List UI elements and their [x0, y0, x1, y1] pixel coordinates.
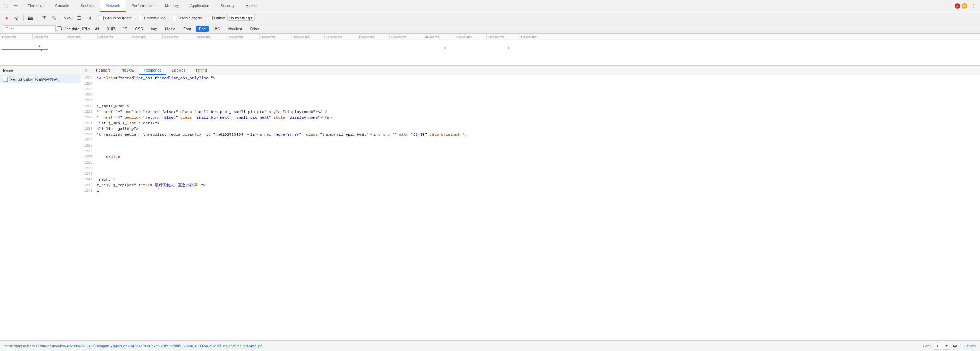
tab-console[interactable]: Console [49, 0, 75, 12]
code-line-1235: 1235 [81, 143, 980, 149]
camera-button[interactable]: 📷 [26, 14, 34, 22]
detail-tab-cookies[interactable]: Cookies [166, 65, 190, 75]
page-next-button[interactable]: ▼ [943, 343, 950, 349]
hide-data-urls-checkbox[interactable]: Hide data URLs [57, 27, 90, 31]
name-panel-header: Name [0, 65, 81, 75]
status-bar: https://imgsa.baidu.com/forum/wh%3D200%2… [0, 340, 980, 351]
group-view-icon[interactable]: ⊞ [85, 14, 93, 22]
line-content-1232: all_list_gallery"> [97, 126, 138, 132]
ruler-tick-7: 70000 ms [194, 34, 227, 40]
item-file-icon [3, 77, 8, 82]
filter-row: Hide data URLs All XHR JS CSS Img Media … [0, 24, 980, 34]
warn-badge: 10 [962, 3, 967, 9]
code-line-1229: 1229 " href="#" onclick="return false;" … [81, 109, 980, 115]
code-line-1242: 1242 r_rely j_replyer" title="最后回复人：夏之小锋… [81, 183, 980, 188]
error-badge: 3 [955, 3, 960, 9]
ruler-tick-13: 130000 ms [389, 34, 422, 40]
ruler-tick-10: 100000 ms [292, 34, 324, 40]
status-right-area: 1 of 1 ▲ ▼ Aa × Cancel [922, 343, 976, 349]
detail-tab-headers[interactable]: Headers [91, 65, 116, 75]
line-num-1234: 1234 [84, 137, 97, 143]
inspect-icon[interactable]: ⬚ [2, 2, 11, 10]
code-line-1238: 1238 [81, 160, 980, 166]
line-num-1227: 1227 [84, 98, 97, 103]
throttle-select[interactable]: No throttling ▾ [228, 15, 255, 21]
record-button[interactable]: ● [3, 14, 11, 22]
main-nav-tabs: Elements Console Sources Network Perform… [22, 0, 952, 12]
ruler-tick-14: 140000 ms [422, 34, 454, 40]
timeline-dot-2 [41, 50, 42, 51]
ruler-tick-9: 90000 ms [259, 34, 292, 40]
offline-checkbox[interactable]: Offline [208, 16, 225, 20]
tab-application[interactable]: Application [185, 0, 215, 12]
tab-security[interactable]: Security [215, 0, 240, 12]
cancel-button[interactable]: Cancel [964, 344, 976, 348]
filter-btn-manifest[interactable]: Manifest [224, 26, 245, 32]
code-line-1223: 1223 iv class="threadlist_abs threadlist… [81, 75, 980, 81]
line-content-1229: " href="#" onclick="return false;" class… [97, 109, 327, 115]
response-content[interactable]: 1223 iv class="threadlist_abs threadlist… [81, 75, 980, 340]
filter-btn-all[interactable]: All [92, 26, 102, 32]
tab-network[interactable]: Network [100, 0, 126, 12]
search-button[interactable]: 🔍 [50, 14, 58, 22]
tab-performance[interactable]: Performance [126, 0, 159, 12]
tab-memory[interactable]: Memory [159, 0, 185, 12]
more-options-icon[interactable]: ⋮ [969, 2, 977, 10]
timeline-dot-3 [444, 47, 445, 49]
detail-tab-response[interactable]: Response [139, 65, 167, 75]
timeline-chart [0, 40, 980, 65]
ruler-tick-4: 40000 ms [97, 34, 130, 40]
timeline-ruler: 10000 ms 20000 ms 30000 ms 40000 ms 5000… [0, 34, 980, 40]
preserve-log-checkbox[interactable]: Preserve log [138, 16, 166, 20]
list-view-icon[interactable]: ☰ [75, 14, 83, 22]
detail-close-button[interactable]: × [81, 65, 91, 75]
ruler-tick-5: 50000 ms [130, 34, 162, 40]
close-search-icon[interactable]: × [959, 344, 961, 348]
line-num-1242: 1242 [84, 183, 97, 188]
filter-btn-css[interactable]: CSS [132, 26, 146, 32]
filter-btn-font[interactable]: Font [180, 26, 194, 32]
device-toggle-icon[interactable]: ▭ [11, 2, 20, 10]
timeline-area: 10000 ms 20000 ms 30000 ms 40000 ms 5000… [0, 34, 980, 65]
ruler-tick-12: 120000 ms [357, 34, 389, 40]
filter-button[interactable]: ⧩ [40, 14, 48, 22]
filter-btn-js[interactable]: JS [119, 26, 130, 32]
tab-audits[interactable]: Audits [240, 0, 262, 12]
ruler-tick-1: 10000 ms [0, 34, 32, 40]
item-file-name: f?ie=utf-8&kw=%E5%A4%A... [9, 77, 60, 81]
toolbar-separator-6 [169, 15, 169, 21]
toolbar-separator-2 [37, 15, 37, 21]
toolbar-separator-4 [96, 15, 96, 21]
filter-btn-other[interactable]: Other [247, 26, 263, 32]
group-by-frame-checkbox[interactable]: Group by frame [99, 16, 132, 20]
name-list-item[interactable]: f?ie=utf-8&kw=%E5%A4%A... [0, 75, 81, 83]
filter-btn-media[interactable]: Media [162, 26, 179, 32]
toolbar-separator-5 [135, 15, 135, 21]
line-num-1231: 1231 [84, 121, 97, 126]
disable-cache-checkbox[interactable]: Disable cache [172, 16, 202, 20]
font-size-label: Aa [952, 344, 957, 348]
detail-tab-timing[interactable]: Timing [190, 65, 212, 75]
filter-input[interactable] [3, 25, 56, 32]
line-num-1237: 1237 [84, 154, 97, 160]
code-line-1240: 1240 [81, 171, 980, 177]
page-prev-button[interactable]: ▲ [934, 343, 941, 349]
filter-btn-xhr[interactable]: XHR [103, 26, 118, 32]
detail-tab-preview[interactable]: Preview [116, 65, 139, 75]
filter-btn-doc[interactable]: Doc [196, 26, 209, 32]
tab-sources[interactable]: Sources [75, 0, 100, 12]
code-line-1227: 1227 [81, 98, 980, 103]
nav-right-area: 3 10 ⋮ [952, 0, 980, 12]
main-area: Name f?ie=utf-8&kw=%E5%A4%A... × Headers… [0, 65, 980, 340]
line-num-1238: 1238 [84, 160, 97, 166]
stop-button[interactable]: ⊘ [13, 14, 21, 22]
code-line-1234: 1234 [81, 137, 980, 143]
ruler-tick-6: 60000 ms [162, 34, 194, 40]
line-content-1223: iv class="threadlist_abs threadlist_abs_… [97, 75, 215, 81]
filter-btn-img[interactable]: Img [148, 26, 161, 32]
tab-elements[interactable]: Elements [22, 0, 49, 12]
line-num-1224: 1224 [84, 81, 97, 87]
status-page-count: 1 of 1 [922, 344, 932, 348]
timeline-dot-4 [508, 47, 509, 49]
filter-btn-ws[interactable]: WS [210, 26, 223, 32]
